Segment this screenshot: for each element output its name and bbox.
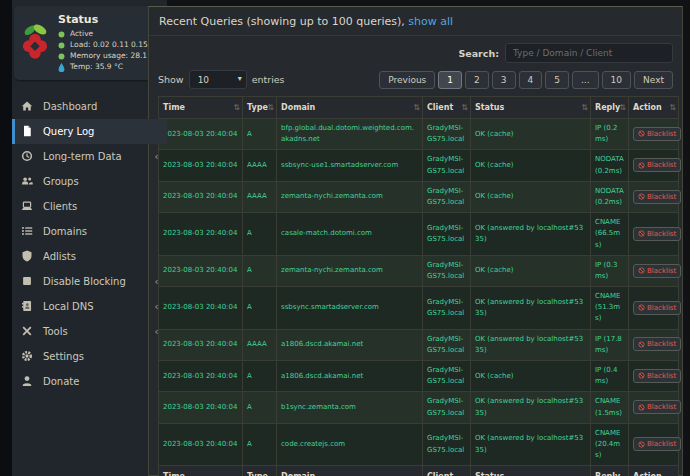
file-icon xyxy=(21,125,34,137)
page-button[interactable]: 3 xyxy=(492,71,516,89)
query-client: GradyMSI-GS75.local xyxy=(423,361,471,392)
status-dot-icon xyxy=(58,31,66,38)
ban-icon xyxy=(638,230,645,237)
query-domain: zemanta-nychi.zemanta.com xyxy=(277,255,423,286)
status-item-label: Load: 0.02 0.11 0.15 xyxy=(70,40,148,51)
next-button[interactable]: Next xyxy=(634,71,673,89)
sidebar-item[interactable]: Domains xyxy=(12,219,167,244)
page-button[interactable]: 5 xyxy=(545,71,569,89)
blacklist-button[interactable]: Blacklist xyxy=(633,400,681,414)
query-client: GradyMSI-GS75.local xyxy=(423,287,471,330)
sidebar-item[interactable]: Settings xyxy=(12,344,167,369)
sidebar-item[interactable]: Dashboard xyxy=(12,94,167,119)
history-icon xyxy=(21,150,34,162)
tools-icon xyxy=(21,325,34,337)
blacklist-label: Blacklist xyxy=(647,130,676,138)
ban-icon xyxy=(638,304,645,311)
sort-icon[interactable] xyxy=(413,103,420,112)
query-type: A xyxy=(243,392,277,423)
query-reply: CNAME (1.5ms) xyxy=(591,392,629,423)
query-reply: CNAME (20.4ms) xyxy=(591,423,629,466)
sort-icon[interactable] xyxy=(233,103,240,112)
query-client: GradyMSI-GS75.local xyxy=(423,255,471,286)
column-footer: Reply xyxy=(591,466,629,476)
sort-icon[interactable] xyxy=(267,103,274,112)
sidebar-item[interactable]: Local DNS xyxy=(12,294,167,319)
query-time: 2023-08-03 20:40:04 xyxy=(159,423,243,466)
sidebar-item-label: Dashboard xyxy=(43,101,145,112)
previous-button[interactable]: Previous xyxy=(379,71,435,89)
query-client: GradyMSI-GS75.local xyxy=(423,392,471,423)
query-status: OK (cache) xyxy=(471,119,591,150)
query-row: 2023-08-03 20:40:04 A b1sync.zemanta.com… xyxy=(159,392,679,423)
blacklist-button[interactable]: Blacklist xyxy=(633,437,681,451)
page-button[interactable]: 4 xyxy=(519,71,543,89)
query-client: GradyMSI-GS75.local xyxy=(423,423,471,466)
blacklist-label: Blacklist xyxy=(647,193,676,201)
blacklist-button[interactable]: Blacklist xyxy=(633,227,681,241)
blacklist-button[interactable]: Blacklist xyxy=(633,158,681,172)
sidebar-item[interactable]: Disable Blocking xyxy=(12,269,167,294)
sidebar-item[interactable]: Tools xyxy=(12,319,167,344)
stop-icon xyxy=(21,275,34,287)
query-type: A xyxy=(243,287,277,330)
column-footer: Client xyxy=(423,466,471,476)
column-header[interactable]: Type xyxy=(243,97,277,119)
query-reply: IP (0.2ms) xyxy=(591,119,629,150)
page-button[interactable]: 2 xyxy=(465,71,489,89)
sort-icon[interactable] xyxy=(461,103,468,112)
ban-icon xyxy=(638,267,645,274)
page-button[interactable]: 1 xyxy=(438,71,462,89)
column-header[interactable]: Action xyxy=(629,97,679,119)
sort-icon[interactable] xyxy=(619,103,626,112)
query-reply: NODATA (0.2ms) xyxy=(591,181,629,212)
page-button[interactable]: ... xyxy=(572,71,599,89)
blacklist-button[interactable]: Blacklist xyxy=(633,369,681,383)
main-content: Recent Queries (showing up to 100 querie… xyxy=(145,0,690,476)
sidebar-item[interactable]: Clients xyxy=(12,194,167,219)
column-header[interactable]: Status xyxy=(471,97,591,119)
sidebar-item[interactable]: Query Log xyxy=(12,119,167,144)
chevron-left-icon xyxy=(154,276,158,287)
query-time: 2023-08-03 20:40:04 xyxy=(159,213,243,256)
pagination-top: Previous 12345...10 Next xyxy=(379,71,673,89)
status-item: Temp: 35.9 °C xyxy=(58,62,157,73)
column-header[interactable]: Domain xyxy=(277,97,423,119)
sort-icon[interactable] xyxy=(581,103,588,112)
search-input[interactable] xyxy=(505,43,673,63)
query-domain: ssbsync.smartadserver.com xyxy=(277,287,423,330)
blacklist-label: Blacklist xyxy=(647,372,676,380)
query-domain: a1806.dscd.akamai.net xyxy=(277,329,423,360)
query-reply: IP (17.8ms) xyxy=(591,329,629,360)
query-row: 2023-08-03 20:40:04 A a1806.dscd.akamai.… xyxy=(159,361,679,392)
blacklist-button[interactable]: Blacklist xyxy=(633,264,681,278)
column-footer: Domain xyxy=(277,466,423,476)
page-size-select[interactable]: 10 xyxy=(189,70,247,89)
blacklist-button[interactable]: Blacklist xyxy=(633,190,681,204)
sidebar-item[interactable]: Adlists xyxy=(12,244,167,269)
column-header[interactable]: Reply xyxy=(591,97,629,119)
column-footer: Time xyxy=(159,466,243,476)
sidebar-item[interactable]: Long-term Data xyxy=(12,144,167,169)
query-reply: NODATA (0.2ms) xyxy=(591,150,629,181)
query-client: GradyMSI-GS75.local xyxy=(423,213,471,256)
column-header[interactable]: Client xyxy=(423,97,471,119)
blacklist-button[interactable]: Blacklist xyxy=(633,337,681,351)
sort-icon[interactable] xyxy=(669,103,676,112)
page-button[interactable]: 10 xyxy=(602,71,631,89)
sidebar-item[interactable]: Donate xyxy=(12,369,167,394)
column-header[interactable]: Time xyxy=(159,97,243,119)
show-all-link[interactable]: show all xyxy=(408,15,453,28)
query-reply: CNAME (66.5ms) xyxy=(591,213,629,256)
users-icon xyxy=(21,175,34,187)
query-reply: IP (0.3ms) xyxy=(591,255,629,286)
blacklist-button[interactable]: Blacklist xyxy=(633,127,681,141)
recent-queries-panel: Recent Queries (showing up to 100 querie… xyxy=(148,6,683,476)
blacklist-button[interactable]: Blacklist xyxy=(633,301,681,315)
sidebar-item[interactable]: Groups xyxy=(12,169,167,194)
query-client: GradyMSI-GS75.local xyxy=(423,181,471,212)
ban-icon xyxy=(638,193,645,200)
ban-icon xyxy=(638,130,645,137)
home-icon xyxy=(21,100,34,112)
query-domain: a1806.dscd.akamai.net xyxy=(277,361,423,392)
